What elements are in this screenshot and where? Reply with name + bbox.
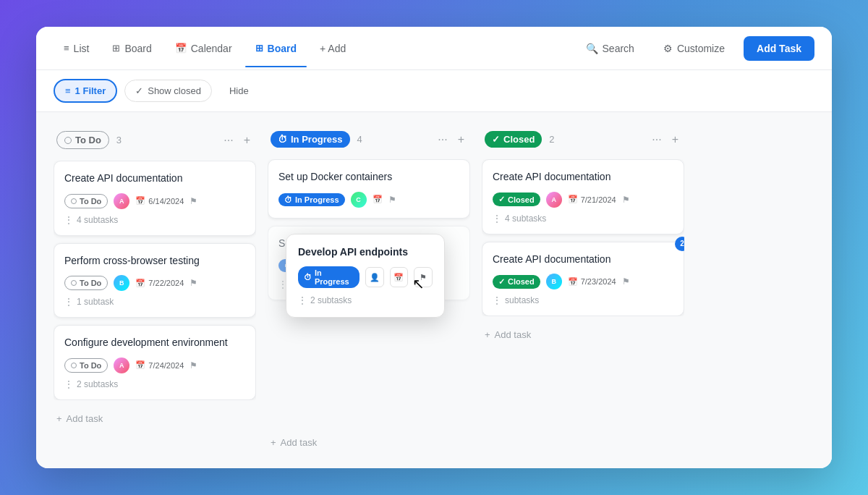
nav-tabs: ≡ List ⊞ Board 📅 Calendar ⊞ Board + Add xyxy=(54,37,356,60)
card-closed-1-status: ✓ Closed xyxy=(493,192,540,206)
popup-user-icon: 👤 xyxy=(370,273,380,282)
card-inprogress-1-flag: ⚑ xyxy=(388,195,396,205)
card-closed-2-date: 📅 7/23/2024 xyxy=(568,277,616,287)
card-closed-2[interactable]: 2 Create API documentation ✓ Closed B 📅 … xyxy=(482,242,684,317)
card-closed-1[interactable]: Create API documentation ✓ Closed A 📅 7/… xyxy=(482,159,684,234)
popup-subtask-icon: ⋮ xyxy=(298,295,307,305)
todo-more-button[interactable]: ··· xyxy=(221,132,236,148)
plus3-icon: + xyxy=(485,329,490,340)
popup-subtasks: ⋮ 2 subtasks xyxy=(298,295,433,305)
tab-list[interactable]: ≡ List xyxy=(54,37,99,60)
todo-add-task-button[interactable]: + Add task xyxy=(54,407,256,430)
calendar-sm2-icon: 📅 xyxy=(135,279,145,288)
popup-calendar-button[interactable]: 📅 xyxy=(390,267,409,287)
card-todo-2-meta: To Do B 📅 7/22/2024 ⚑ xyxy=(64,275,245,291)
add-task-button[interactable]: Add Task xyxy=(744,36,814,61)
card-todo-3-date: 📅 7/24/2024 xyxy=(135,360,184,370)
card-inprogress-1-status: ⏱ In Progress xyxy=(278,193,345,206)
closed-more-button[interactable]: ··· xyxy=(649,132,664,148)
column-header-inprogress: ⏱ In Progress 4 ··· + xyxy=(268,127,470,152)
header: ≡ List ⊞ Board 📅 Calendar ⊞ Board + Add … xyxy=(36,27,832,70)
inprogress-add-button[interactable]: + xyxy=(455,132,467,148)
column-header-closed: ✓ Closed 2 ··· + xyxy=(482,127,684,152)
card-todo-1[interactable]: Create API documentation To Do A 📅 6/14/… xyxy=(54,161,256,236)
show-closed-button[interactable]: ✓ Show closed xyxy=(124,80,212,102)
board-area: To Do 3 ··· + Create API documentation T… xyxy=(36,112,832,468)
plus2-icon: + xyxy=(271,437,276,448)
hide-button[interactable]: Hide xyxy=(219,80,259,101)
tab-board-nav[interactable]: ⊞ Board xyxy=(102,37,161,60)
list-icon: ≡ xyxy=(64,43,69,54)
card-inprogress-1-title: Set up Docker containers xyxy=(278,170,459,185)
filter-bar: ≡ 1 Filter ✓ Show closed Hide xyxy=(36,70,832,112)
badge-count: 2 xyxy=(675,237,684,251)
card-closed-1-meta: ✓ Closed A 📅 7/21/2024 ⚑ xyxy=(493,192,673,208)
board-active-icon: ⊞ xyxy=(255,43,263,54)
card-closed-1-date: 📅 7/21/2024 xyxy=(568,195,616,204)
card-todo-1-flag: ⚑ xyxy=(190,196,197,206)
todo-badge: To Do xyxy=(56,131,109,149)
card-todo-1-meta: To Do A 📅 6/14/2024 ⚑ xyxy=(64,193,245,209)
card-todo-2[interactable]: Perform cross-browser testing To Do B 📅 … xyxy=(54,243,256,318)
clock-sm-icon: ⏱ xyxy=(284,195,292,204)
card-inprogress-1[interactable]: Set up Docker containers ⏱ In Progress C… xyxy=(268,159,470,219)
tab-add[interactable]: + Add xyxy=(310,37,356,60)
popup-title: Develop API endpoints xyxy=(298,246,433,258)
filter-icon: ≡ xyxy=(65,85,71,96)
card-closed-2-status: ✓ Closed xyxy=(493,275,540,289)
card-todo-3-title: Configure development environment xyxy=(64,336,245,350)
popup-flag-icon: ⚑ xyxy=(420,273,427,282)
todo-add-button[interactable]: + xyxy=(241,132,253,148)
popup-clock-icon: ⏱ xyxy=(304,273,312,282)
check-sm-icon: ✓ xyxy=(498,195,505,204)
card-todo-3[interactable]: Configure development environment To Do … xyxy=(54,325,256,400)
closed-add-button[interactable]: + xyxy=(669,132,681,148)
calendar-sm3-icon: 📅 xyxy=(135,360,145,370)
subtask2-icon: ⋮ xyxy=(64,297,73,307)
gear-icon: ⚙ xyxy=(663,43,673,54)
popup-user-button[interactable]: 👤 xyxy=(365,267,384,287)
card-closed-1-title: Create API documentation xyxy=(493,170,673,185)
closed-add-task-button[interactable]: + Add task xyxy=(482,323,684,346)
card-todo-3-meta: To Do A 📅 7/24/2024 ⚑ xyxy=(64,358,245,373)
card-closed-1-flag: ⚑ xyxy=(622,195,630,205)
card-todo-3-avatar: A xyxy=(114,358,129,373)
card-closed-2-title: Create API documentation xyxy=(493,253,673,267)
todo-cards: Create API documentation To Do A 📅 6/14/… xyxy=(54,161,256,400)
inprogress-header-actions: ··· + xyxy=(435,132,467,148)
card-inprogress-1-date: 📅 xyxy=(373,195,383,204)
popup-card[interactable]: Develop API endpoints ⏱ In Progress 👤 📅 … xyxy=(286,234,445,318)
column-todo: To Do 3 ··· + Create API documentation T… xyxy=(54,127,256,454)
card-closed-2-flag: ⚑ xyxy=(622,276,630,287)
card-todo-2-date: 📅 7/22/2024 xyxy=(135,279,184,288)
clock-icon: ⏱ xyxy=(278,134,287,145)
card-todo-2-flag: ⚑ xyxy=(190,278,197,288)
calendar-c2-icon: 📅 xyxy=(568,277,578,287)
inprogress-more-button[interactable]: ··· xyxy=(435,132,450,148)
card-closed-1-avatar: A xyxy=(546,192,562,208)
card-todo-3-flag: ⚑ xyxy=(190,360,197,371)
tab-board-active[interactable]: ⊞ Board xyxy=(245,37,307,60)
closed-cards: Create API documentation ✓ Closed A 📅 7/… xyxy=(482,159,684,316)
card-todo-3-subtasks: ⋮ 2 subtasks xyxy=(64,379,245,389)
card-todo-2-title: Perform cross-browser testing xyxy=(64,254,245,268)
calendar-sm4-icon: 📅 xyxy=(373,195,383,204)
search-icon: 🔍 xyxy=(586,43,598,54)
tab-calendar[interactable]: 📅 Calendar xyxy=(165,37,242,60)
card-todo-2-avatar: B xyxy=(114,275,129,291)
search-button[interactable]: 🔍 Search xyxy=(576,37,644,60)
column-header-todo: To Do 3 ··· + xyxy=(54,127,256,153)
plus-icon: + xyxy=(56,413,62,424)
card-closed-2-subtasks: ⋮ subtasks xyxy=(493,295,673,305)
inprogress-add-task-button[interactable]: + Add task xyxy=(268,431,470,454)
filter-button[interactable]: ≡ 1 Filter xyxy=(54,79,117,103)
circle-icon xyxy=(64,137,72,144)
card-todo-1-avatar: A xyxy=(114,193,129,209)
check-sm2-icon: ✓ xyxy=(498,277,505,287)
closed-header-actions: ··· + xyxy=(649,132,681,148)
popup-flag-button[interactable]: ⚑ xyxy=(414,267,433,287)
check-circle-icon: ✓ xyxy=(492,134,500,145)
customize-button[interactable]: ⚙ Customize xyxy=(653,37,735,60)
card-todo-1-status: To Do xyxy=(64,194,108,208)
card-todo-3-status: To Do xyxy=(64,358,108,373)
